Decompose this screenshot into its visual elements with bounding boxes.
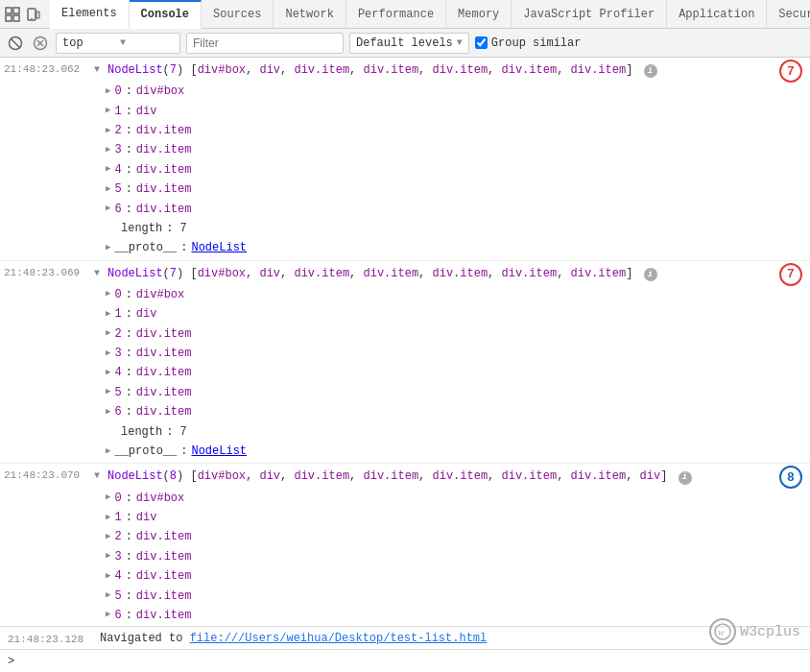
context-value: top [62,36,116,50]
tab-sources[interactable]: Sources [202,0,274,29]
tri[interactable]: ▶ [106,405,110,420]
bottom-link[interactable]: file:///Users/weihua/Desktop/test-list.h… [190,632,488,645]
timestamp-3: 21:48:23.070 [4,468,90,481]
tri[interactable]: ▶ [106,182,110,197]
tab-bar-icons [4,6,42,23]
tree-item: ▶3: div.item [102,344,810,363]
bottom-timestamp: 21:48:23.128 [8,632,94,645]
tree-items-2: ▶0: div#box ▶1: div ▶2: div.item ▶3: div… [0,285,810,462]
tri[interactable]: ▶ [106,162,110,177]
tab-js-profiler[interactable]: JavaScript Profiler [512,0,667,29]
tab-console[interactable]: Console [130,0,202,29]
console-input[interactable] [20,655,802,668]
tree-item: ▶1: div [102,304,810,324]
tab-elements[interactable]: Elements [50,0,130,29]
tri[interactable]: ▶ [106,385,110,399]
tri[interactable]: ▶ [106,549,110,564]
tree-item: ▶__proto__: NodeList [102,442,810,461]
tree-item: ▶4: div.item [102,566,810,586]
svg-point-6 [31,17,33,19]
group-similar-label[interactable]: Group similar [475,36,582,50]
info-icon-3[interactable]: i [679,471,692,485]
expand-arrow-3[interactable] [94,468,104,481]
info-icon-1[interactable]: i [644,64,657,78]
svg-rect-3 [13,15,19,21]
log-text-2: NodeList(7) [div#box, div, div.item, div… [107,265,806,283]
tri[interactable]: ▶ [106,569,110,584]
console-prompt: > [8,655,14,668]
stop-recording-icon[interactable] [31,34,50,53]
watermark-icon: w [709,618,736,645]
tri[interactable]: ▶ [106,608,110,622]
tri[interactable]: ▶ [106,143,110,157]
svg-rect-2 [6,15,12,21]
svg-rect-1 [13,8,19,13]
tree-item: ▶2: div.item [102,324,810,344]
tree-item: ▶5: div.item [102,587,810,606]
tri[interactable]: ▶ [106,307,110,322]
context-select[interactable]: top ▼ [56,33,180,54]
tree-item: ▶2: div.item [102,121,810,140]
svg-line-8 [11,38,20,48]
tree-item: length: 7 [102,219,810,238]
tab-bar: Elements Console Sources Network Perform… [0,0,810,29]
expand-arrow-2[interactable] [94,265,104,278]
toolbar: top ▼ Default levels ▼ Group similar [0,29,810,58]
tree-item: ▶0: div#box [102,82,810,101]
expand-arrow-1[interactable] [94,61,104,75]
tri[interactable]: ▶ [106,511,110,525]
clear-console-icon[interactable] [6,34,25,53]
info-icon-2[interactable]: i [644,268,657,281]
tab-security[interactable]: Security [767,0,810,29]
group-similar-checkbox[interactable] [475,36,488,49]
log-entry-1-header: 21:48:23.062 NodeList(7) [div#box, div, … [0,60,810,82]
svg-rect-0 [6,8,12,13]
tab-application[interactable]: Application [667,0,767,29]
log-entry-3-header: 21:48:23.070 NodeList(8) [div#box, div, … [0,466,810,488]
log-text-1: NodeList(7) [div#box, div, div.item, div… [107,61,806,80]
tri[interactable]: ▶ [106,124,110,138]
tree-item: ▶4: div.item [102,160,810,180]
tab-memory[interactable]: Memory [446,0,512,29]
log-entry-2-header: 21:48:23.069 NodeList(7) [div#box, div, … [0,263,810,285]
log-entry-2: 21:48:23.069 NodeList(7) [div#box, div, … [0,261,810,465]
tri[interactable]: ▶ [106,326,110,341]
timestamp-1: 21:48:23.062 [4,61,90,75]
tree-items-3: ▶0: div#box ▶1: div ▶2: div.item ▶3: div… [0,489,810,626]
tri[interactable]: ▶ [106,347,110,361]
tree-item: ▶3: div.item [102,140,810,159]
badge-1: 7 [779,60,802,83]
tree-item: ▶6: div.item [102,606,810,625]
nodelist-keyword-1: NodeList [107,63,163,77]
tri[interactable]: ▶ [106,104,110,118]
tri[interactable]: ▶ [106,202,110,216]
inspect-icon[interactable] [4,6,21,23]
watermark-text: W3cplus [740,624,800,640]
tree-item: ▶6: div.item [102,200,810,219]
tree-item: ▶6: div.item [102,402,810,421]
tri[interactable]: ▶ [106,530,110,544]
context-select-arrow: ▼ [120,37,174,48]
device-icon[interactable] [25,6,42,23]
tri[interactable]: ▶ [106,588,110,603]
filter-input-wrapper[interactable] [186,33,344,54]
tab-network[interactable]: Network [274,0,345,29]
tri[interactable]: ▶ [106,287,110,301]
console-output[interactable]: 21:48:23.062 NodeList(7) [div#box, div, … [0,58,810,626]
tree-item: ▶0: div#box [102,489,810,508]
tri[interactable]: ▶ [106,84,110,99]
tree-item: length: 7 [102,422,810,442]
log-text-3: NodeList(8) [div#box, div, div.item, div… [107,468,806,486]
tree-items-1: ▶0: div#box ▶1: div ▶2: div.item ▶3: div… [0,82,810,258]
tri[interactable]: ▶ [106,241,110,255]
tri[interactable]: ▶ [106,444,110,459]
badge-2: 7 [779,263,802,286]
tree-item: ▶3: div.item [102,547,810,566]
levels-select[interactable]: Default levels ▼ [349,33,469,54]
tri[interactable]: ▶ [106,366,110,380]
tab-performance[interactable]: Performance [346,0,446,29]
console-input-bar: > [0,649,810,672]
tri[interactable]: ▶ [106,491,110,505]
tree-item: ▶2: div.item [102,527,810,546]
filter-input[interactable] [193,36,337,50]
